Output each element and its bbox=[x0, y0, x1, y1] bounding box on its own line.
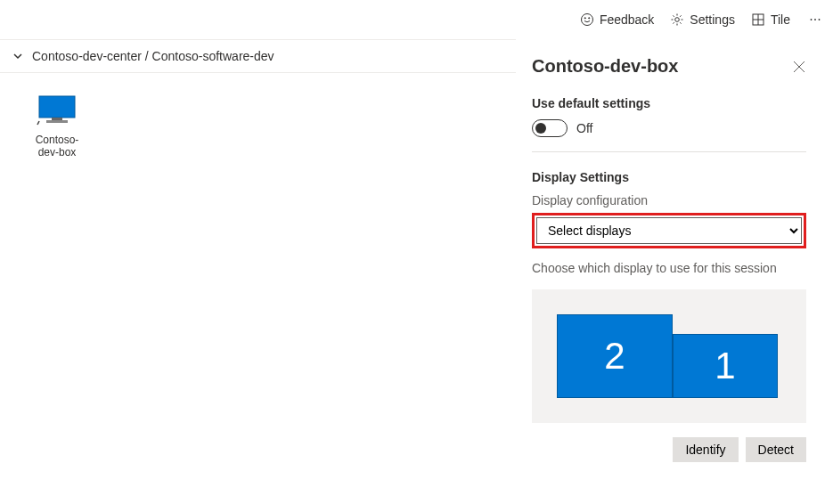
display-preview: 2 1 bbox=[532, 289, 806, 423]
svg-rect-10 bbox=[39, 96, 75, 118]
display-tile-2[interactable]: 2 bbox=[557, 314, 673, 398]
close-button[interactable] bbox=[792, 60, 806, 74]
default-settings-toggle[interactable] bbox=[532, 119, 568, 137]
svg-line-14 bbox=[37, 121, 39, 125]
breadcrumb-text: Contoso-dev-center / Contoso-software-de… bbox=[32, 49, 274, 63]
display-actions: Identify Detect bbox=[532, 437, 806, 462]
toggle-state-label: Off bbox=[576, 121, 592, 135]
settings-label: Settings bbox=[690, 12, 735, 27]
display-config-label: Display configuration bbox=[532, 193, 806, 207]
svg-point-0 bbox=[581, 14, 592, 26]
left-pane: Contoso-dev-center / Contoso-software-de… bbox=[0, 39, 516, 504]
more-button[interactable] bbox=[806, 18, 824, 21]
settings-panel: Contoso-dev-box Use default settings Off… bbox=[516, 39, 833, 504]
devbox-tile[interactable]: Contoso-dev-box bbox=[25, 94, 89, 159]
display-number: 1 bbox=[715, 345, 735, 387]
default-settings-toggle-row: Off bbox=[532, 119, 806, 137]
svg-rect-13 bbox=[46, 120, 68, 123]
tiles-area: Contoso-dev-box bbox=[0, 73, 516, 181]
tile-button[interactable]: Tile bbox=[751, 12, 790, 27]
feedback-button[interactable]: Feedback bbox=[580, 12, 654, 27]
svg-point-8 bbox=[814, 19, 816, 20]
panel-title: Contoso-dev-box bbox=[532, 56, 678, 77]
svg-point-2 bbox=[588, 18, 589, 19]
svg-point-1 bbox=[584, 18, 585, 19]
svg-point-3 bbox=[675, 18, 680, 22]
gear-icon bbox=[670, 12, 684, 27]
display-config-select[interactable]: Select displays bbox=[536, 217, 802, 244]
smile-icon bbox=[580, 12, 594, 27]
display-config-highlight: Select displays bbox=[532, 213, 806, 248]
svg-rect-12 bbox=[52, 118, 62, 120]
breadcrumb-bar[interactable]: Contoso-dev-center / Contoso-software-de… bbox=[0, 39, 516, 73]
tile-label: Contoso-dev-box bbox=[25, 134, 89, 159]
display-helper-text: Choose which display to use for this ses… bbox=[532, 261, 806, 275]
svg-point-9 bbox=[819, 19, 821, 20]
display-number: 2 bbox=[604, 335, 625, 378]
top-toolbar: Feedback Settings Tile bbox=[0, 0, 833, 39]
display-tile-1[interactable]: 1 bbox=[673, 334, 778, 398]
grid-icon bbox=[751, 12, 765, 27]
identify-button[interactable]: Identify bbox=[673, 437, 738, 462]
divider bbox=[532, 151, 806, 152]
settings-button[interactable]: Settings bbox=[670, 12, 735, 27]
toggle-knob bbox=[535, 123, 546, 134]
monitor-icon bbox=[36, 94, 78, 126]
detect-button[interactable]: Detect bbox=[746, 437, 806, 462]
default-settings-heading: Use default settings bbox=[532, 96, 806, 110]
svg-point-7 bbox=[811, 19, 813, 20]
chevron-down-icon bbox=[12, 51, 23, 61]
panel-header: Contoso-dev-box bbox=[532, 56, 806, 77]
feedback-label: Feedback bbox=[600, 12, 654, 27]
tile-label: Tile bbox=[771, 12, 790, 27]
display-settings-heading: Display Settings bbox=[532, 170, 806, 184]
main-area: Contoso-dev-center / Contoso-software-de… bbox=[0, 39, 833, 504]
